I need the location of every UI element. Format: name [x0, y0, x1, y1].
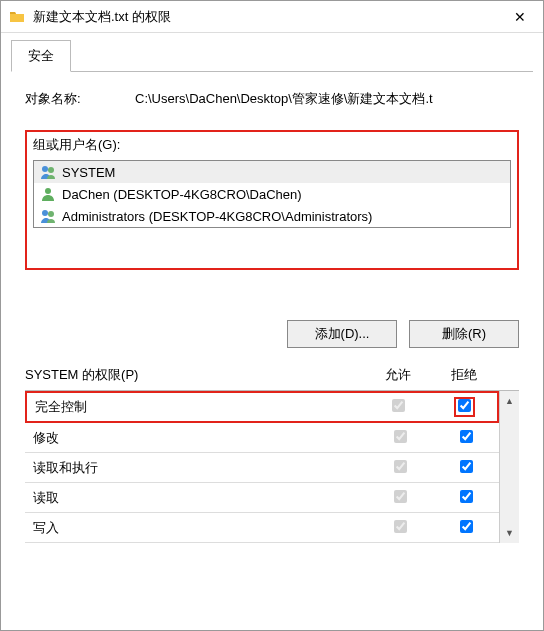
add-button[interactable]: 添加(D)... — [287, 320, 397, 348]
permission-row: 完全控制 — [25, 391, 499, 423]
deny-highlight — [454, 397, 475, 417]
permission-label: 读取和执行 — [33, 459, 367, 477]
deny-checkbox[interactable] — [460, 430, 473, 443]
permission-label: 完全控制 — [35, 398, 365, 416]
allow-cell — [365, 399, 431, 415]
principal-system[interactable]: SYSTEM — [34, 161, 510, 183]
object-label: 对象名称: — [25, 90, 135, 108]
group-icon — [40, 208, 56, 224]
deny-cell — [433, 460, 499, 476]
close-button[interactable]: ✕ — [497, 1, 543, 32]
allow-checkbox[interactable] — [392, 399, 405, 412]
svg-point-1 — [48, 167, 54, 173]
principals-highlight: 组或用户名(G): SYSTEM DaChen (DESKTOP-4KG8CRO… — [25, 130, 519, 270]
permission-row: 写入 — [25, 513, 499, 543]
deny-checkbox[interactable] — [460, 460, 473, 473]
principal-label: DaChen (DESKTOP-4KG8CRO\DaChen) — [62, 187, 302, 202]
permission-row: 修改 — [25, 423, 499, 453]
object-row: 对象名称: C:\Users\DaChen\Desktop\管家速修\新建文本文… — [25, 90, 519, 108]
principal-dachen[interactable]: DaChen (DESKTOP-4KG8CRO\DaChen) — [34, 183, 510, 205]
svg-point-4 — [48, 211, 54, 217]
principal-label: Administrators (DESKTOP-4KG8CRO\Administ… — [62, 209, 372, 224]
col-allow: 允许 — [365, 366, 431, 384]
scroll-down-icon[interactable]: ▼ — [500, 523, 519, 543]
group-icon — [40, 164, 56, 180]
user-icon — [40, 186, 56, 202]
deny-cell — [433, 520, 499, 536]
allow-checkbox[interactable] — [394, 460, 407, 473]
window-title: 新建文本文档.txt 的权限 — [33, 8, 497, 26]
deny-cell — [433, 430, 499, 446]
permission-row: 读取和执行 — [25, 453, 499, 483]
principal-administrators[interactable]: Administrators (DESKTOP-4KG8CRO\Administ… — [34, 205, 510, 227]
allow-checkbox[interactable] — [394, 520, 407, 533]
object-path: C:\Users\DaChen\Desktop\管家速修\新建文本文档.t — [135, 90, 519, 108]
deny-checkbox[interactable] — [458, 399, 471, 412]
permissions-header: SYSTEM 的权限(P) 允许 拒绝 — [25, 366, 519, 384]
scroll-up-icon[interactable]: ▲ — [500, 391, 519, 411]
group-or-users-section: 组或用户名(G): SYSTEM DaChen (DESKTOP-4KG8CRO… — [25, 130, 519, 270]
principal-label: SYSTEM — [62, 165, 115, 180]
tab-strip: 安全 — [11, 39, 533, 72]
allow-cell — [367, 520, 433, 536]
svg-point-0 — [42, 166, 48, 172]
tab-security[interactable]: 安全 — [11, 40, 71, 72]
svg-point-3 — [42, 210, 48, 216]
deny-cell — [431, 397, 497, 417]
permissions-title: SYSTEM 的权限(P) — [25, 366, 365, 384]
folder-icon — [9, 9, 25, 25]
deny-cell — [433, 490, 499, 506]
allow-cell — [367, 490, 433, 506]
principals-list[interactable]: SYSTEM DaChen (DESKTOP-4KG8CRO\DaChen) A… — [33, 160, 511, 228]
deny-checkbox[interactable] — [460, 490, 473, 503]
svg-point-2 — [45, 188, 51, 194]
principal-buttons: 添加(D)... 删除(R) — [25, 320, 519, 348]
allow-cell — [367, 460, 433, 476]
content-area: 对象名称: C:\Users\DaChen\Desktop\管家速修\新建文本文… — [1, 72, 543, 553]
scroll-track[interactable] — [500, 411, 519, 523]
allow-cell — [367, 430, 433, 446]
deny-checkbox[interactable] — [460, 520, 473, 533]
group-label: 组或用户名(G): — [33, 136, 511, 154]
permission-label: 写入 — [33, 519, 367, 537]
permissions-table: 完全控制修改读取和执行读取写入 ▲ ▼ — [25, 390, 519, 543]
titlebar: 新建文本文档.txt 的权限 ✕ — [1, 1, 543, 33]
close-icon: ✕ — [514, 9, 526, 25]
permission-row: 读取 — [25, 483, 499, 513]
permission-label: 修改 — [33, 429, 367, 447]
allow-checkbox[interactable] — [394, 490, 407, 503]
permissions-scrollbar[interactable]: ▲ ▼ — [499, 391, 519, 543]
remove-button[interactable]: 删除(R) — [409, 320, 519, 348]
col-deny: 拒绝 — [431, 366, 497, 384]
allow-checkbox[interactable] — [394, 430, 407, 443]
permission-label: 读取 — [33, 489, 367, 507]
